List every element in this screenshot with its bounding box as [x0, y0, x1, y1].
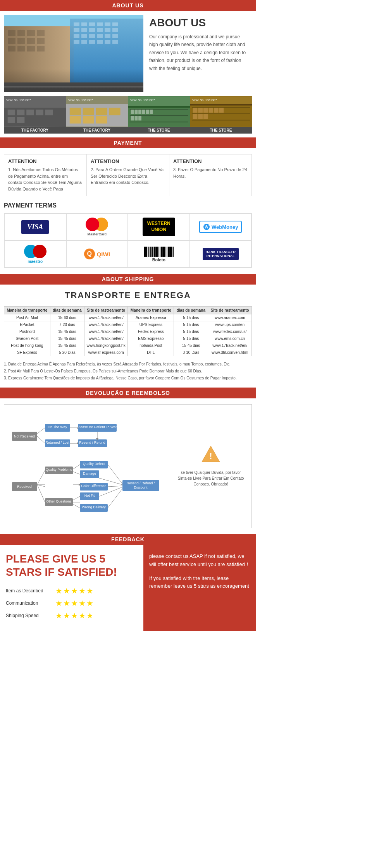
svg-rect-60 — [96, 116, 107, 124]
factory-label-2: THE FACTORY — [66, 127, 128, 134]
svg-rect-91 — [198, 114, 203, 119]
attention-1-text: 1. Nós Aceitamos Todos Os Métodos de Pag… — [8, 166, 83, 192]
svg-text:Resend / Refund /: Resend / Refund / — [127, 481, 155, 485]
svg-line-147 — [73, 465, 80, 469]
svg-rect-15 — [112, 28, 118, 32]
svg-rect-100 — [148, 247, 148, 257]
feedback-title: PLEASE GIVE US 5 STARS IF SATISFIED! — [6, 552, 138, 578]
about-us-section: ABOUT US Our company is professional and… — [0, 11, 256, 137]
svg-rect-81 — [192, 107, 250, 108]
payment-section: ATTENTION 1. Nós Aceitamos Todos Os Méto… — [0, 148, 256, 274]
svg-rect-8 — [105, 22, 110, 26]
svg-line-126 — [37, 436, 45, 443]
western-union-logo: WESTERNUNION — [143, 218, 175, 236]
store-item-2: Store No: 1361307 THE STORE — [190, 96, 252, 134]
store-label-1: THE STORE — [128, 127, 190, 134]
svg-rect-88 — [214, 108, 219, 113]
svg-text:Not Received: Not Received — [14, 434, 35, 438]
attention-col-3: ATTENTION 3. Fazer O Pagamento No Prazo … — [169, 154, 251, 196]
svg-rect-30 — [27, 30, 35, 36]
attention-col-1: ATTENTION 1. Nós Aceitamos Todos Os Méto… — [4, 154, 87, 196]
svg-rect-106 — [154, 247, 155, 257]
svg-rect-59 — [83, 116, 94, 124]
svg-rect-6 — [89, 22, 95, 26]
mastercard-logo: MasterCard — [86, 218, 108, 236]
feedback-header: FEEDBACK — [0, 534, 256, 545]
qiwi-cell: Q QIWI — [66, 240, 128, 268]
svg-rect-80 — [190, 104, 252, 106]
table-row: Sweden Post15-45 diaswww.17track.net/en/… — [4, 335, 252, 342]
svg-rect-31 — [37, 30, 45, 36]
shipping-table: Maneira do transporte dias de semana Sit… — [4, 306, 252, 356]
svg-rect-34 — [27, 38, 35, 44]
factory-image-1: Store No: 1361307 — [4, 96, 66, 127]
svg-text:Damage: Damage — [83, 472, 96, 475]
payment-grid: VISA MasterCard WESTERNUNION W WebMoney — [4, 213, 252, 268]
svg-rect-25 — [97, 40, 103, 44]
svg-text:Resend / Refund: Resend / Refund — [79, 441, 105, 444]
svg-rect-117 — [167, 247, 167, 257]
svg-rect-118 — [168, 247, 169, 257]
col-days-1: dias de semana — [50, 307, 84, 314]
svg-rect-21 — [112, 34, 118, 38]
svg-rect-28 — [8, 30, 16, 36]
return-inner: Not Received On The Way Please Be Patien… — [4, 404, 252, 528]
svg-rect-20 — [105, 34, 110, 38]
svg-rect-55 — [83, 108, 94, 115]
svg-text:Store No: 1361307: Store No: 1361307 — [68, 98, 93, 102]
svg-rect-120 — [170, 247, 171, 257]
svg-rect-12 — [89, 28, 95, 32]
svg-text:On The Way: On The Way — [48, 425, 67, 429]
svg-line-166 — [108, 489, 122, 508]
svg-rect-121 — [171, 247, 172, 257]
svg-rect-87 — [208, 108, 213, 113]
svg-rect-19 — [97, 34, 103, 38]
svg-rect-13 — [97, 28, 103, 32]
svg-rect-97 — [144, 247, 145, 257]
factory-store-row: Store No: 1361307 THE FACTORY Store No: … — [4, 96, 252, 134]
svg-rect-14 — [105, 28, 110, 32]
svg-text:Quality Defect: Quality Defect — [83, 462, 105, 466]
factory-image-2: Store No: 1361307 — [66, 96, 128, 127]
feedback-section: PLEASE GIVE US 5 STARS IF SATISFIED! Ite… — [0, 545, 256, 631]
flow-right: ! se tiver Qualquer Dúvida, por favor Si… — [176, 410, 246, 522]
svg-text:W: W — [205, 225, 208, 229]
svg-rect-72 — [146, 110, 149, 114]
svg-rect-50 — [17, 117, 24, 123]
table-row: Postnord15-45 diaswww.17track.net/en/Fed… — [4, 328, 252, 335]
svg-line-151 — [73, 504, 80, 508]
store-label-2: THE STORE — [190, 127, 252, 134]
svg-rect-109 — [157, 247, 158, 257]
svg-rect-5 — [81, 22, 87, 26]
svg-line-142 — [37, 485, 45, 502]
svg-text:Not Fit: Not Fit — [84, 494, 95, 497]
svg-line-140 — [37, 470, 45, 485]
factory-item-2: Store No: 1361307 THE FACTORY — [66, 96, 128, 134]
svg-text:Returned / Lost: Returned / Lost — [45, 441, 69, 444]
building-image — [4, 15, 143, 92]
svg-rect-99 — [146, 247, 147, 257]
maestro-cell: maestro — [4, 240, 66, 268]
svg-line-148 — [73, 472, 80, 474]
attention-col-2: ATTENTION 2. Para A Ordem Grande Que Voc… — [87, 154, 169, 196]
svg-rect-115 — [164, 247, 165, 257]
svg-rect-11 — [81, 28, 87, 32]
webmoney-logo: W WebMoney — [199, 221, 242, 233]
boleto-cell: Boleto — [128, 240, 190, 268]
svg-rect-74 — [131, 116, 134, 121]
factory-item-1: Store No: 1361307 THE FACTORY — [4, 96, 66, 134]
svg-rect-98 — [145, 247, 146, 257]
attention-row: ATTENTION 1. Nós Aceitamos Todos Os Méto… — [4, 154, 252, 196]
svg-text:Received: Received — [17, 485, 32, 489]
table-row: SF Express5-20 Diaswww.sf-express.comDHL… — [4, 349, 252, 356]
svg-rect-48 — [45, 110, 53, 115]
svg-rect-119 — [169, 247, 170, 257]
feedback-left: PLEASE GIVE US 5 STARS IF SATISFIED! Ite… — [0, 545, 143, 631]
star-row: Communication★★★★★ — [6, 599, 138, 608]
visa-logo: VISA — [21, 220, 49, 234]
svg-rect-103 — [150, 247, 152, 257]
about-us-header: ABOUT US — [0, 0, 256, 11]
star-row: Shipping Speed★★★★★ — [6, 611, 138, 620]
attention-3-text: 3. Fazer O Pagamento No Prazo de 24 Hora… — [173, 166, 248, 179]
svg-rect-7 — [97, 22, 103, 26]
